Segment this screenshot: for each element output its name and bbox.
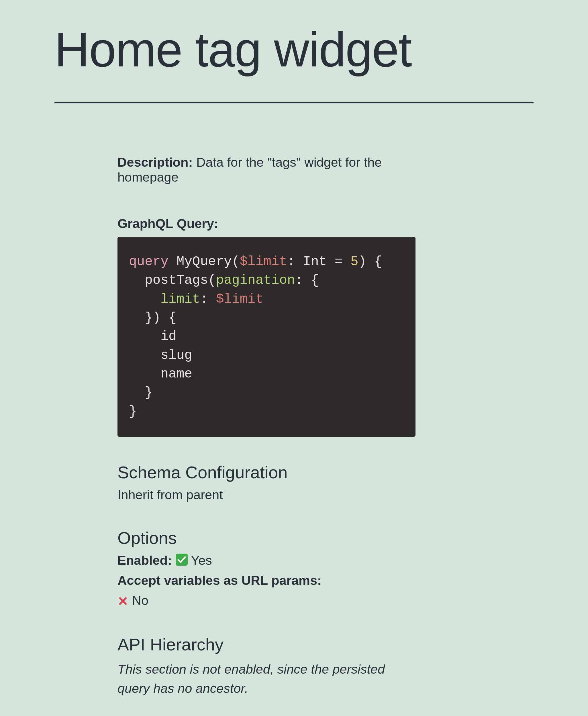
- api-hierarchy-heading: API Hierarchy: [118, 635, 416, 654]
- code-field: postTags: [145, 273, 208, 288]
- description-row: Description: Data for the "tags" widget …: [118, 155, 416, 185]
- code-field: name: [161, 367, 192, 382]
- title-divider: [55, 102, 533, 103]
- option-enabled-label: Enabled:: [118, 553, 172, 568]
- option-accept-label: Accept variables as URL params:: [118, 573, 321, 588]
- option-accept-row: Accept variables as URL params:: [118, 573, 416, 588]
- option-enabled-row: Enabled: Yes: [118, 553, 416, 568]
- option-accept-value: No: [132, 593, 149, 608]
- code-field: slug: [161, 348, 192, 363]
- option-enabled-value: Yes: [191, 553, 212, 568]
- graphql-query-label: GraphQL Query:: [118, 216, 416, 231]
- check-icon: [176, 554, 188, 566]
- code-arg: limit: [161, 292, 200, 307]
- code-variable: $limit: [216, 292, 264, 307]
- document-page: Home tag widget Description: Data for th…: [0, 0, 588, 716]
- schema-heading: Schema Configuration: [118, 462, 416, 482]
- svg-rect-0: [176, 554, 188, 566]
- description-label: Description:: [118, 155, 193, 170]
- code-arg: pagination: [216, 273, 295, 288]
- code-eq: =: [335, 254, 343, 269]
- option-accept-value-row: ✕ No: [118, 593, 416, 609]
- code-variable: $limit: [239, 254, 287, 269]
- code-number: 5: [351, 254, 358, 269]
- content-column: Description: Data for the "tags" widget …: [55, 155, 416, 698]
- code-keyword: query: [129, 254, 168, 269]
- code-type: Int: [303, 254, 327, 269]
- graphql-code-block: query MyQuery($limit: Int = 5) { postTag…: [118, 237, 416, 437]
- cross-icon: ✕: [118, 594, 128, 609]
- code-field: id: [161, 329, 176, 344]
- code-query-name: MyQuery: [176, 254, 232, 269]
- schema-text: Inherit from parent: [118, 487, 416, 502]
- api-hierarchy-note: This section is not enabled, since the p…: [118, 659, 416, 698]
- options-heading: Options: [118, 528, 416, 548]
- page-title: Home tag widget: [55, 23, 533, 77]
